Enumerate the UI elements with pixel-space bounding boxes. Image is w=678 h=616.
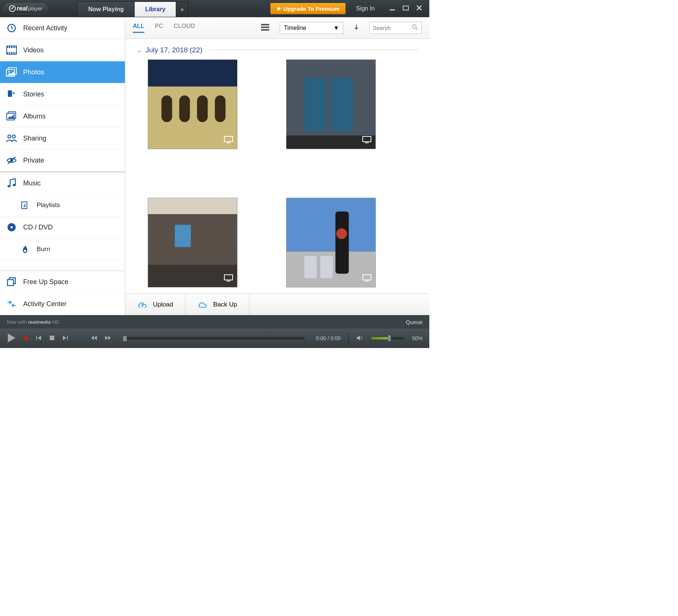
tab-now-playing[interactable]: Now Playing — [78, 2, 135, 17]
svg-rect-61 — [304, 256, 317, 278]
sidebar-item-cddvd[interactable]: CD / DVD — [0, 216, 125, 238]
sidebar-item-freeup[interactable]: Free Up Space — [0, 271, 125, 293]
svg-rect-56 — [227, 281, 230, 281]
svg-rect-67 — [67, 336, 68, 340]
sidebar-item-stories[interactable]: Stories — [0, 83, 125, 105]
svg-rect-66 — [50, 336, 54, 340]
photo-thumb[interactable] — [148, 198, 237, 287]
search-input[interactable] — [373, 25, 407, 31]
view-mode-dropdown[interactable]: Timeline ▼ — [280, 22, 343, 34]
music-icon — [6, 178, 17, 189]
queue-link[interactable]: Queue — [406, 319, 423, 325]
cloud-upload-icon — [137, 301, 148, 309]
photo-thumb[interactable] — [286, 59, 376, 149]
search-icon — [412, 24, 418, 32]
logo-icon — [9, 5, 16, 12]
stop-button[interactable] — [49, 335, 55, 342]
burn-icon — [19, 244, 31, 255]
svg-rect-62 — [320, 256, 332, 278]
svg-rect-40 — [179, 95, 190, 122]
svg-rect-41 — [197, 95, 208, 122]
filter-cloud[interactable]: CLOUD — [174, 23, 195, 33]
sidebar-item-photos[interactable]: Photos — [0, 61, 125, 83]
sidebar-item-recent[interactable]: Recent Activity — [0, 17, 125, 39]
activity-icon — [6, 298, 17, 309]
svg-rect-35 — [261, 29, 269, 31]
content-toolbar: ALL PC CLOUD Timeline ▼ — [125, 17, 429, 39]
sidebar-label: Private — [23, 157, 44, 164]
svg-rect-59 — [335, 212, 349, 274]
maximize-button[interactable] — [402, 4, 409, 13]
svg-rect-33 — [261, 24, 269, 25]
sidebar: Recent Activity Videos Photos Stories Al… — [0, 17, 125, 315]
photos-icon — [6, 67, 17, 78]
svg-rect-11 — [8, 53, 9, 54]
sidebar-item-music[interactable]: Music — [0, 172, 125, 194]
sidebar-item-videos[interactable]: Videos — [0, 39, 125, 61]
clock-icon — [6, 22, 17, 34]
svg-point-20 — [8, 135, 11, 138]
filter-pc[interactable]: PC — [155, 23, 163, 33]
svg-rect-49 — [363, 136, 371, 142]
sidebar-label: Playlists — [37, 201, 60, 209]
tab-overflow[interactable]: » — [176, 2, 188, 17]
upload-button[interactable]: Upload — [125, 294, 185, 315]
minimize-button[interactable] — [389, 4, 396, 13]
rewind
-button[interactable] — [90, 335, 97, 342]
volume-slider[interactable] — [371, 337, 405, 339]
freeup-icon — [6, 276, 17, 287]
svg-rect-52 — [148, 198, 237, 214]
sidebar-item-burn[interactable]: Burn — [0, 238, 125, 261]
photo-thumb[interactable] — [286, 198, 376, 287]
sidebar-item-albums[interactable]: Albums — [0, 105, 125, 127]
player-bar: 0:00 / 0:00 50% — [0, 329, 429, 348]
sidebar-item-sharing[interactable]: Sharing — [0, 127, 125, 150]
close-button[interactable] — [416, 4, 423, 13]
chevron-down-icon: ▼ — [333, 25, 339, 31]
sidebar-item-activity[interactable]: Activity Center — [0, 293, 125, 315]
date-group-header[interactable]: ⌄ July 17, 2018 (22) — [136, 46, 418, 54]
svg-rect-42 — [215, 95, 226, 122]
app-window: realplayer Now Playing Library » ★ Upgra… — [0, 0, 429, 348]
playlist-icon — [19, 200, 31, 211]
svg-rect-1 — [390, 9, 395, 10]
cloud-icon — [197, 301, 208, 308]
sidebar-item-private[interactable]: Private — [0, 150, 125, 172]
collapse-icon[interactable]: ⌄ — [136, 46, 142, 54]
stories-icon — [6, 89, 17, 100]
sidebar-label: Activity Center — [23, 300, 67, 308]
disc-icon — [6, 222, 17, 233]
device-icon — [224, 136, 233, 145]
sort-button[interactable] — [354, 24, 359, 32]
sign-in-link[interactable]: Sign In — [349, 0, 382, 17]
svg-rect-14 — [15, 53, 16, 54]
top-tabs: Now Playing Library » — [77, 1, 188, 17]
photo-thumb[interactable] — [148, 59, 237, 149]
upgrade-button[interactable]: ★ Upgrade To Premium — [270, 3, 346, 14]
tab-library[interactable]: Library — [135, 2, 176, 17]
record-button[interactable] — [24, 336, 28, 341]
filter-all[interactable]: ALL — [133, 23, 144, 33]
list-view-button[interactable] — [261, 24, 269, 32]
sidebar-label: Photos — [23, 68, 44, 76]
sidebar-label: Stories — [23, 90, 44, 98]
prev-button[interactable] — [36, 335, 42, 342]
sidebar-item-playlists[interactable]: Playlists — [0, 194, 125, 216]
film-icon — [6, 44, 17, 56]
seek-bar[interactable] — [123, 337, 305, 339]
svg-rect-63 — [363, 275, 371, 280]
svg-point-21 — [12, 135, 15, 138]
svg-rect-12 — [10, 53, 11, 54]
search-box[interactable] — [369, 22, 422, 34]
app-logo: realplayer — [0, 0, 77, 17]
volume-icon[interactable] — [356, 335, 363, 342]
ffwd-button[interactable] — [105, 335, 111, 342]
svg-point-36 — [412, 25, 416, 28]
play-button[interactable] — [7, 333, 16, 344]
svg-rect-26 — [22, 202, 27, 209]
next-button[interactable] — [62, 335, 68, 342]
backup-button[interactable]: Back Up — [185, 294, 249, 315]
sharing-icon — [6, 133, 17, 144]
svg-rect-44 — [227, 142, 230, 143]
sidebar-label: Sharing — [23, 135, 46, 142]
